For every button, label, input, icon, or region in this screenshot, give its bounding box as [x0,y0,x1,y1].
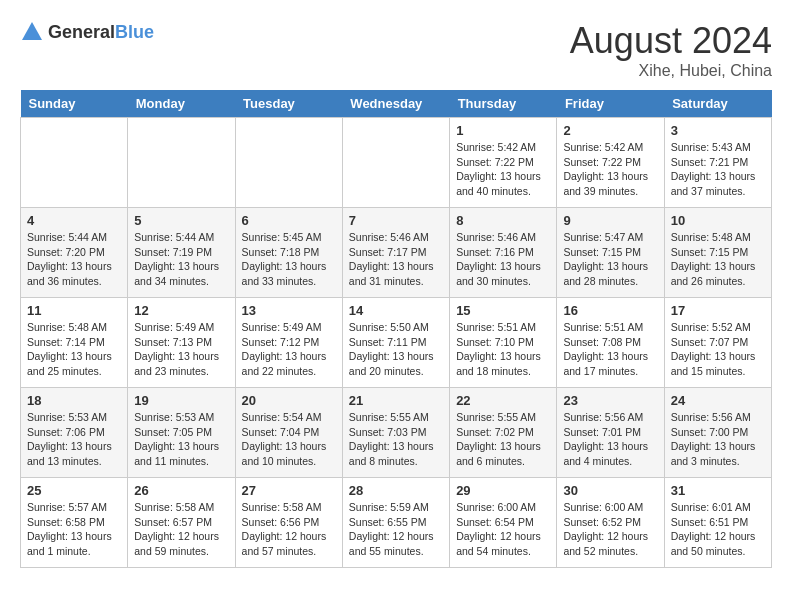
calendar-cell: 9Sunrise: 5:47 AM Sunset: 7:15 PM Daylig… [557,208,664,298]
day-detail: Sunrise: 5:52 AM Sunset: 7:07 PM Dayligh… [671,320,765,379]
calendar-cell: 23Sunrise: 5:56 AM Sunset: 7:01 PM Dayli… [557,388,664,478]
weekday-header-row: SundayMondayTuesdayWednesdayThursdayFrid… [21,90,772,118]
day-detail: Sunrise: 5:49 AM Sunset: 7:12 PM Dayligh… [242,320,336,379]
location: Xihe, Hubei, China [570,62,772,80]
day-detail: Sunrise: 5:48 AM Sunset: 7:15 PM Dayligh… [671,230,765,289]
day-detail: Sunrise: 5:57 AM Sunset: 6:58 PM Dayligh… [27,500,121,559]
day-detail: Sunrise: 5:42 AM Sunset: 7:22 PM Dayligh… [456,140,550,199]
day-number: 29 [456,483,550,498]
day-detail: Sunrise: 5:56 AM Sunset: 7:01 PM Dayligh… [563,410,657,469]
day-number: 24 [671,393,765,408]
calendar-cell: 6Sunrise: 5:45 AM Sunset: 7:18 PM Daylig… [235,208,342,298]
calendar-cell: 27Sunrise: 5:58 AM Sunset: 6:56 PM Dayli… [235,478,342,568]
day-detail: Sunrise: 5:49 AM Sunset: 7:13 PM Dayligh… [134,320,228,379]
day-number: 22 [456,393,550,408]
week-row-4: 18Sunrise: 5:53 AM Sunset: 7:06 PM Dayli… [21,388,772,478]
calendar-cell: 19Sunrise: 5:53 AM Sunset: 7:05 PM Dayli… [128,388,235,478]
day-number: 21 [349,393,443,408]
day-number: 26 [134,483,228,498]
day-detail: Sunrise: 5:55 AM Sunset: 7:03 PM Dayligh… [349,410,443,469]
day-detail: Sunrise: 5:59 AM Sunset: 6:55 PM Dayligh… [349,500,443,559]
calendar-cell: 31Sunrise: 6:01 AM Sunset: 6:51 PM Dayli… [664,478,771,568]
page-header: GeneralBlue August 2024 Xihe, Hubei, Chi… [20,20,772,80]
day-detail: Sunrise: 5:43 AM Sunset: 7:21 PM Dayligh… [671,140,765,199]
day-detail: Sunrise: 5:46 AM Sunset: 7:16 PM Dayligh… [456,230,550,289]
day-detail: Sunrise: 5:58 AM Sunset: 6:56 PM Dayligh… [242,500,336,559]
day-detail: Sunrise: 5:54 AM Sunset: 7:04 PM Dayligh… [242,410,336,469]
calendar-table: SundayMondayTuesdayWednesdayThursdayFrid… [20,90,772,568]
week-row-1: 1Sunrise: 5:42 AM Sunset: 7:22 PM Daylig… [21,118,772,208]
weekday-header-friday: Friday [557,90,664,118]
calendar-cell: 29Sunrise: 6:00 AM Sunset: 6:54 PM Dayli… [450,478,557,568]
day-number: 8 [456,213,550,228]
calendar-cell: 14Sunrise: 5:50 AM Sunset: 7:11 PM Dayli… [342,298,449,388]
day-detail: Sunrise: 5:45 AM Sunset: 7:18 PM Dayligh… [242,230,336,289]
day-detail: Sunrise: 5:51 AM Sunset: 7:08 PM Dayligh… [563,320,657,379]
day-detail: Sunrise: 5:56 AM Sunset: 7:00 PM Dayligh… [671,410,765,469]
day-detail: Sunrise: 5:47 AM Sunset: 7:15 PM Dayligh… [563,230,657,289]
month-year: August 2024 [570,20,772,62]
day-number: 12 [134,303,228,318]
calendar-cell: 15Sunrise: 5:51 AM Sunset: 7:10 PM Dayli… [450,298,557,388]
weekday-header-saturday: Saturday [664,90,771,118]
week-row-3: 11Sunrise: 5:48 AM Sunset: 7:14 PM Dayli… [21,298,772,388]
day-detail: Sunrise: 5:42 AM Sunset: 7:22 PM Dayligh… [563,140,657,199]
calendar-cell: 11Sunrise: 5:48 AM Sunset: 7:14 PM Dayli… [21,298,128,388]
calendar-cell: 24Sunrise: 5:56 AM Sunset: 7:00 PM Dayli… [664,388,771,478]
calendar-cell: 20Sunrise: 5:54 AM Sunset: 7:04 PM Dayli… [235,388,342,478]
calendar-cell: 22Sunrise: 5:55 AM Sunset: 7:02 PM Dayli… [450,388,557,478]
day-detail: Sunrise: 5:44 AM Sunset: 7:19 PM Dayligh… [134,230,228,289]
calendar-cell: 2Sunrise: 5:42 AM Sunset: 7:22 PM Daylig… [557,118,664,208]
calendar-cell: 25Sunrise: 5:57 AM Sunset: 6:58 PM Dayli… [21,478,128,568]
day-number: 15 [456,303,550,318]
day-number: 11 [27,303,121,318]
calendar-cell [235,118,342,208]
day-number: 16 [563,303,657,318]
calendar-cell: 16Sunrise: 5:51 AM Sunset: 7:08 PM Dayli… [557,298,664,388]
day-detail: Sunrise: 5:55 AM Sunset: 7:02 PM Dayligh… [456,410,550,469]
day-number: 18 [27,393,121,408]
day-detail: Sunrise: 6:00 AM Sunset: 6:54 PM Dayligh… [456,500,550,559]
weekday-header-sunday: Sunday [21,90,128,118]
day-number: 23 [563,393,657,408]
day-number: 2 [563,123,657,138]
day-number: 31 [671,483,765,498]
day-number: 3 [671,123,765,138]
day-number: 5 [134,213,228,228]
calendar-cell: 5Sunrise: 5:44 AM Sunset: 7:19 PM Daylig… [128,208,235,298]
day-number: 1 [456,123,550,138]
calendar-cell [128,118,235,208]
logo: GeneralBlue [20,20,154,44]
calendar-cell: 7Sunrise: 5:46 AM Sunset: 7:17 PM Daylig… [342,208,449,298]
day-detail: Sunrise: 5:48 AM Sunset: 7:14 PM Dayligh… [27,320,121,379]
calendar-cell: 3Sunrise: 5:43 AM Sunset: 7:21 PM Daylig… [664,118,771,208]
day-number: 6 [242,213,336,228]
day-detail: Sunrise: 5:51 AM Sunset: 7:10 PM Dayligh… [456,320,550,379]
weekday-header-thursday: Thursday [450,90,557,118]
day-number: 20 [242,393,336,408]
day-number: 28 [349,483,443,498]
logo-icon [20,20,44,44]
calendar-cell: 10Sunrise: 5:48 AM Sunset: 7:15 PM Dayli… [664,208,771,298]
day-number: 4 [27,213,121,228]
day-detail: Sunrise: 5:53 AM Sunset: 7:05 PM Dayligh… [134,410,228,469]
calendar-cell [342,118,449,208]
svg-marker-0 [22,22,42,40]
logo-text: GeneralBlue [48,22,154,43]
weekday-header-tuesday: Tuesday [235,90,342,118]
calendar-cell: 21Sunrise: 5:55 AM Sunset: 7:03 PM Dayli… [342,388,449,478]
calendar-cell: 18Sunrise: 5:53 AM Sunset: 7:06 PM Dayli… [21,388,128,478]
day-number: 27 [242,483,336,498]
day-number: 7 [349,213,443,228]
day-detail: Sunrise: 5:50 AM Sunset: 7:11 PM Dayligh… [349,320,443,379]
day-number: 17 [671,303,765,318]
week-row-2: 4Sunrise: 5:44 AM Sunset: 7:20 PM Daylig… [21,208,772,298]
calendar-cell: 30Sunrise: 6:00 AM Sunset: 6:52 PM Dayli… [557,478,664,568]
day-detail: Sunrise: 5:46 AM Sunset: 7:17 PM Dayligh… [349,230,443,289]
day-detail: Sunrise: 6:01 AM Sunset: 6:51 PM Dayligh… [671,500,765,559]
calendar-cell: 17Sunrise: 5:52 AM Sunset: 7:07 PM Dayli… [664,298,771,388]
day-number: 30 [563,483,657,498]
calendar-cell: 28Sunrise: 5:59 AM Sunset: 6:55 PM Dayli… [342,478,449,568]
day-detail: Sunrise: 5:58 AM Sunset: 6:57 PM Dayligh… [134,500,228,559]
day-number: 10 [671,213,765,228]
